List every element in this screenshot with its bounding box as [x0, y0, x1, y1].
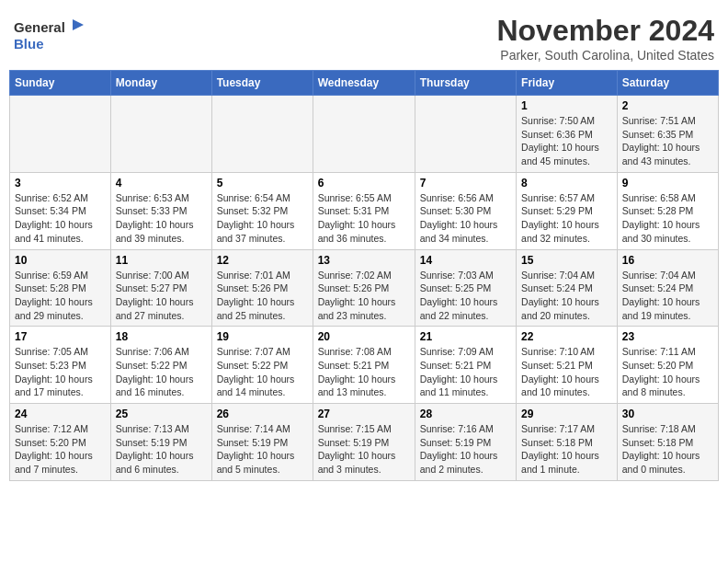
calendar-cell: [211, 96, 313, 173]
day-info: Sunrise: 7:51 AM Sunset: 6:35 PM Dayligh…: [622, 114, 713, 168]
svg-marker-1: [73, 19, 84, 30]
calendar-cell: 15Sunrise: 7:04 AM Sunset: 5:24 PM Dayli…: [517, 249, 618, 327]
day-number: 26: [217, 408, 308, 420]
day-number: 3: [15, 177, 106, 190]
calendar-cell: 3Sunrise: 6:52 AM Sunset: 5:34 PM Daylig…: [10, 172, 111, 249]
day-info: Sunrise: 7:08 AM Sunset: 5:21 PM Dayligh…: [318, 345, 410, 399]
calendar-cell: 7Sunrise: 6:56 AM Sunset: 5:30 PM Daylig…: [415, 172, 516, 249]
day-info: Sunrise: 7:07 AM Sunset: 5:22 PM Dayligh…: [217, 345, 308, 399]
day-info: Sunrise: 7:05 AM Sunset: 5:23 PM Dayligh…: [15, 345, 106, 399]
calendar-cell: 27Sunrise: 7:15 AM Sunset: 5:19 PM Dayli…: [313, 404, 415, 481]
day-number: 13: [318, 254, 410, 267]
day-number: 25: [116, 408, 207, 420]
calendar-cell: 11Sunrise: 7:00 AM Sunset: 5:27 PM Dayli…: [110, 249, 211, 327]
calendar-cell: 10Sunrise: 6:59 AM Sunset: 5:28 PM Dayli…: [10, 249, 111, 327]
day-info: Sunrise: 6:52 AM Sunset: 5:34 PM Dayligh…: [15, 191, 106, 246]
col-header-saturday: Saturday: [617, 71, 718, 96]
col-header-sunday: Sunday: [10, 71, 111, 96]
day-number: 15: [521, 254, 612, 267]
calendar-cell: 6Sunrise: 6:55 AM Sunset: 5:31 PM Daylig…: [313, 172, 415, 249]
calendar-cell: 28Sunrise: 7:16 AM Sunset: 5:19 PM Dayli…: [415, 404, 516, 481]
day-number: 10: [15, 254, 106, 267]
calendar-cell: 14Sunrise: 7:03 AM Sunset: 5:25 PM Dayli…: [415, 249, 516, 327]
day-info: Sunrise: 7:11 AM Sunset: 5:20 PM Dayligh…: [622, 345, 713, 399]
day-number: 9: [622, 177, 713, 190]
day-info: Sunrise: 7:04 AM Sunset: 5:24 PM Dayligh…: [622, 269, 713, 323]
calendar-cell: 1Sunrise: 7:50 AM Sunset: 6:36 PM Daylig…: [517, 96, 618, 173]
day-number: 5: [217, 177, 308, 190]
col-header-thursday: Thursday: [415, 71, 516, 96]
calendar-cell: [10, 96, 111, 173]
week-row-4: 17Sunrise: 7:05 AM Sunset: 5:23 PM Dayli…: [10, 327, 719, 404]
day-number: 21: [420, 330, 511, 343]
calendar-cell: 2Sunrise: 7:51 AM Sunset: 6:35 PM Daylig…: [617, 96, 718, 173]
day-info: Sunrise: 7:14 AM Sunset: 5:19 PM Dayligh…: [217, 422, 308, 477]
day-info: Sunrise: 7:13 AM Sunset: 5:19 PM Dayligh…: [116, 422, 207, 477]
day-info: Sunrise: 6:56 AM Sunset: 5:30 PM Dayligh…: [420, 191, 511, 246]
day-info: Sunrise: 7:06 AM Sunset: 5:22 PM Dayligh…: [116, 345, 207, 399]
calendar-cell: 22Sunrise: 7:10 AM Sunset: 5:21 PM Dayli…: [517, 327, 618, 404]
day-number: 23: [622, 330, 713, 343]
calendar-cell: 24Sunrise: 7:12 AM Sunset: 5:20 PM Dayli…: [10, 404, 111, 481]
day-info: Sunrise: 7:17 AM Sunset: 5:18 PM Dayligh…: [521, 422, 612, 477]
week-row-1: 1Sunrise: 7:50 AM Sunset: 6:36 PM Daylig…: [10, 96, 719, 173]
day-info: Sunrise: 7:00 AM Sunset: 5:27 PM Dayligh…: [116, 269, 207, 323]
day-number: 11: [116, 254, 207, 267]
day-number: 12: [217, 254, 308, 267]
calendar-cell: 20Sunrise: 7:08 AM Sunset: 5:21 PM Dayli…: [313, 327, 415, 404]
day-info: Sunrise: 7:12 AM Sunset: 5:20 PM Dayligh…: [15, 422, 106, 477]
day-number: 17: [15, 330, 106, 343]
calendar-cell: 9Sunrise: 6:58 AM Sunset: 5:28 PM Daylig…: [617, 172, 718, 249]
day-info: Sunrise: 7:03 AM Sunset: 5:25 PM Dayligh…: [420, 269, 511, 323]
calendar-cell: 8Sunrise: 6:57 AM Sunset: 5:29 PM Daylig…: [517, 172, 618, 249]
calendar-cell: 21Sunrise: 7:09 AM Sunset: 5:21 PM Dayli…: [415, 327, 516, 404]
day-number: 14: [420, 254, 511, 267]
calendar-table: SundayMondayTuesdayWednesdayThursdayFrid…: [9, 70, 719, 481]
col-header-monday: Monday: [110, 71, 211, 96]
day-info: Sunrise: 7:50 AM Sunset: 6:36 PM Dayligh…: [521, 114, 612, 168]
week-row-2: 3Sunrise: 6:52 AM Sunset: 5:34 PM Daylig…: [10, 172, 719, 249]
col-header-wednesday: Wednesday: [313, 71, 415, 96]
calendar-cell: [110, 96, 211, 173]
day-info: Sunrise: 7:01 AM Sunset: 5:26 PM Dayligh…: [217, 269, 308, 323]
col-header-friday: Friday: [517, 71, 618, 96]
day-number: 4: [116, 177, 207, 190]
svg-text:Blue: Blue: [14, 36, 44, 52]
logo: General Blue: [14, 14, 87, 58]
week-row-3: 10Sunrise: 6:59 AM Sunset: 5:28 PM Dayli…: [10, 249, 719, 327]
calendar-cell: 17Sunrise: 7:05 AM Sunset: 5:23 PM Dayli…: [10, 327, 111, 404]
header: General Blue November 2024 Parker, South…: [9, 9, 719, 63]
day-info: Sunrise: 6:54 AM Sunset: 5:32 PM Dayligh…: [217, 191, 308, 246]
calendar-cell: 13Sunrise: 7:02 AM Sunset: 5:26 PM Dayli…: [313, 249, 415, 327]
day-info: Sunrise: 7:10 AM Sunset: 5:21 PM Dayligh…: [521, 345, 612, 399]
day-info: Sunrise: 6:59 AM Sunset: 5:28 PM Dayligh…: [15, 269, 106, 323]
day-info: Sunrise: 6:58 AM Sunset: 5:28 PM Dayligh…: [622, 191, 713, 246]
day-number: 30: [622, 408, 713, 420]
day-info: Sunrise: 7:09 AM Sunset: 5:21 PM Dayligh…: [420, 345, 511, 399]
day-number: 1: [521, 99, 612, 112]
day-number: 7: [420, 177, 511, 190]
day-info: Sunrise: 6:53 AM Sunset: 5:33 PM Dayligh…: [116, 191, 207, 246]
day-info: Sunrise: 7:02 AM Sunset: 5:26 PM Dayligh…: [318, 269, 410, 323]
day-number: 22: [521, 330, 612, 343]
day-number: 16: [622, 254, 713, 267]
day-number: 29: [521, 408, 612, 420]
day-number: 19: [217, 330, 308, 343]
day-number: 20: [318, 330, 410, 343]
calendar-cell: 19Sunrise: 7:07 AM Sunset: 5:22 PM Dayli…: [211, 327, 313, 404]
calendar-cell: 5Sunrise: 6:54 AM Sunset: 5:32 PM Daylig…: [211, 172, 313, 249]
calendar-cell: 4Sunrise: 6:53 AM Sunset: 5:33 PM Daylig…: [110, 172, 211, 249]
logo-svg: General Blue: [14, 14, 87, 58]
calendar-cell: 12Sunrise: 7:01 AM Sunset: 5:26 PM Dayli…: [211, 249, 313, 327]
month-title: November 2024: [496, 14, 714, 48]
day-number: 2: [622, 99, 713, 112]
calendar-cell: [313, 96, 415, 173]
day-number: 27: [318, 408, 410, 420]
day-number: 18: [116, 330, 207, 343]
calendar-cell: 26Sunrise: 7:14 AM Sunset: 5:19 PM Dayli…: [211, 404, 313, 481]
day-number: 24: [15, 408, 106, 420]
day-info: Sunrise: 7:15 AM Sunset: 5:19 PM Dayligh…: [318, 422, 410, 477]
svg-text:General: General: [14, 19, 65, 35]
calendar-cell: 23Sunrise: 7:11 AM Sunset: 5:20 PM Dayli…: [617, 327, 718, 404]
day-headers: SundayMondayTuesdayWednesdayThursdayFrid…: [10, 71, 719, 96]
